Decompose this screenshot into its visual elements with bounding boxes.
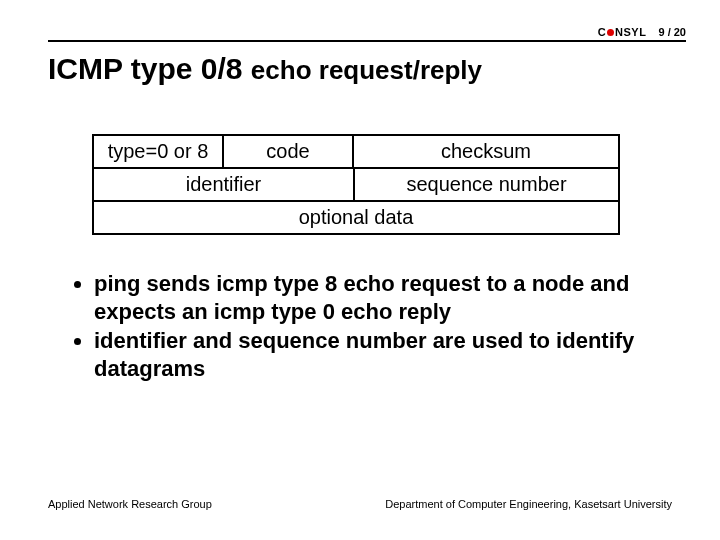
footer-right: Department of Computer Engineering, Kase… [385, 498, 672, 510]
packet-diagram: type=0 or 8 code checksum identifier seq… [92, 134, 620, 235]
logo: C NSYL [598, 26, 647, 38]
title-sub: echo request/reply [251, 55, 482, 85]
logo-text-right: NSYL [615, 26, 646, 38]
field-identifier: identifier [92, 167, 355, 202]
field-optional-data: optional data [92, 200, 620, 235]
top-bar: C NSYL 9 / 20 [48, 26, 686, 42]
packet-row-1: type=0 or 8 code checksum [92, 134, 620, 169]
slide: C NSYL 9 / 20 ICMP type 0/8 echo request… [0, 0, 720, 540]
packet-row-3: optional data [92, 200, 620, 235]
bullet-list: ping sends icmp type 8 echo request to a… [70, 270, 660, 384]
field-checksum: checksum [352, 134, 620, 169]
footer: Applied Network Research Group Departmen… [48, 498, 672, 510]
page-number: 9 / 20 [658, 26, 686, 38]
logo-dot-icon [607, 29, 614, 36]
packet-row-2: identifier sequence number [92, 167, 620, 202]
field-code: code [222, 134, 354, 169]
page-total: 20 [674, 26, 686, 38]
field-type: type=0 or 8 [92, 134, 224, 169]
list-item: identifier and sequence number are used … [94, 327, 660, 382]
logo-text-left: C [598, 26, 606, 38]
field-sequence-number: sequence number [353, 167, 620, 202]
title-main: ICMP type 0/8 [48, 52, 251, 85]
slide-title: ICMP type 0/8 echo request/reply [48, 52, 482, 86]
page-current: 9 [658, 26, 664, 38]
footer-left: Applied Network Research Group [48, 498, 212, 510]
page-sep: / [668, 26, 671, 38]
list-item: ping sends icmp type 8 echo request to a… [94, 270, 660, 325]
